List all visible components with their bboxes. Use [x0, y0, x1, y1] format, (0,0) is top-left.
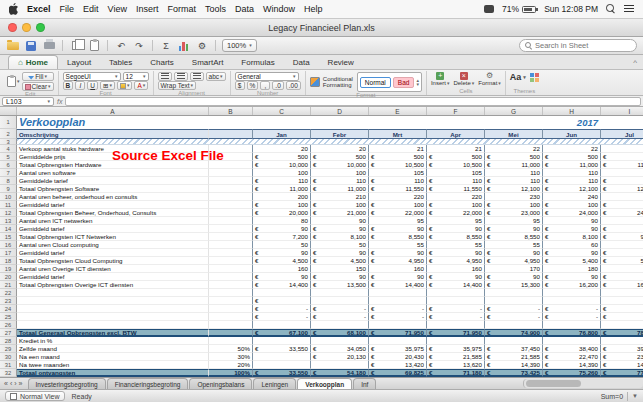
- theme-colors-icon[interactable]: [530, 73, 539, 82]
- cell-G2[interactable]: Mei: [485, 129, 543, 139]
- cell-E24[interactable]: €-: [369, 305, 427, 313]
- cell-H22[interactable]: [543, 289, 601, 297]
- cell-A10[interactable]: Aantal uren beheer, onderhoud en consult…: [17, 193, 209, 201]
- cell-G6[interactable]: €11,000: [485, 161, 543, 169]
- row-header-26[interactable]: 26: [0, 321, 17, 329]
- cell-C10[interactable]: 200: [253, 193, 311, 201]
- cell-H32[interactable]: €75,260: [543, 369, 601, 377]
- cell-G10[interactable]: 230: [485, 193, 543, 201]
- cell-B1[interactable]: [209, 116, 253, 129]
- cell-E31[interactable]: €13,420: [369, 361, 427, 369]
- wrap-text-button[interactable]: Wrap Text▾: [158, 81, 197, 90]
- cell-C16[interactable]: 50: [253, 241, 311, 249]
- cell-A18[interactable]: Totaal Opbrengsten Cloud Computing: [17, 257, 209, 265]
- row-header-27[interactable]: 27: [0, 329, 17, 337]
- cell-E28[interactable]: [369, 337, 427, 345]
- cell-E25[interactable]: €-: [369, 313, 427, 321]
- row-header-19[interactable]: 19: [0, 265, 17, 273]
- row-header-1[interactable]: 1: [0, 116, 17, 129]
- cell-C6[interactable]: €10,000: [253, 161, 311, 169]
- cell-C14[interactable]: €90: [253, 225, 311, 233]
- row-header-6[interactable]: 6: [0, 161, 17, 169]
- cell-A27[interactable]: Totaal Generaal Opbrengsten excl. BTW: [17, 329, 209, 337]
- cell-A13[interactable]: Aantal uren ICT netwerken: [17, 217, 209, 225]
- cell-B23[interactable]: [209, 297, 253, 305]
- copy-button[interactable]: [69, 39, 83, 52]
- cell-A24[interactable]: [17, 305, 209, 313]
- collapse-ribbon-icon[interactable]: ^: [633, 58, 637, 67]
- cell-G30[interactable]: €21,585: [485, 353, 543, 361]
- increase-decimal-button[interactable]: .0: [272, 81, 283, 90]
- cell-G26[interactable]: [485, 321, 543, 329]
- cell-I20[interactable]: €90: [601, 273, 643, 281]
- cell-C5[interactable]: €500: [253, 153, 311, 161]
- cell-E27[interactable]: €71,950: [369, 329, 427, 337]
- cell-I32[interactable]: €77,120: [601, 369, 643, 377]
- align-right-button[interactable]: [190, 72, 204, 81]
- cell-G16[interactable]: 55: [485, 241, 543, 249]
- cell-D25[interactable]: €-: [311, 313, 369, 321]
- cell-F22[interactable]: [427, 289, 485, 297]
- underline-button[interactable]: U: [87, 81, 98, 90]
- cell-B29[interactable]: 50%: [209, 345, 253, 353]
- cell-B21[interactable]: [209, 281, 253, 289]
- cell-A9[interactable]: Totaal Opbrengsten Software: [17, 185, 209, 193]
- cell-G32[interactable]: €73,425: [485, 369, 543, 377]
- cell-G21[interactable]: €15,300: [485, 281, 543, 289]
- cell-G20[interactable]: €90: [485, 273, 543, 281]
- cell-A11[interactable]: Gemiddeld tarief: [17, 201, 209, 209]
- align-left-button[interactable]: [158, 72, 172, 81]
- toolbox-button[interactable]: ⚙: [195, 39, 209, 52]
- cell-I25[interactable]: €-: [601, 313, 643, 321]
- col-header-G[interactable]: G: [485, 107, 543, 115]
- undo-button[interactable]: ↶: [114, 39, 128, 52]
- cell-H23[interactable]: [543, 297, 601, 305]
- cell-A31[interactable]: Na twee maanden: [17, 361, 209, 369]
- style-normal[interactable]: Normal: [360, 77, 391, 88]
- cell-I14[interactable]: €90: [601, 225, 643, 233]
- cell-I27[interactable]: €78,200: [601, 329, 643, 337]
- cell-E17[interactable]: €90: [369, 249, 427, 257]
- cell-I17[interactable]: €90: [601, 249, 643, 257]
- col-header-F[interactable]: F: [427, 107, 485, 115]
- last-sheet-icon[interactable]: »: [19, 380, 23, 387]
- row-header-9[interactable]: 9: [0, 185, 17, 193]
- cell-G28[interactable]: [485, 337, 543, 345]
- cell-C8[interactable]: €110: [253, 177, 311, 185]
- cell-F7[interactable]: 105: [427, 169, 485, 177]
- cell-B9[interactable]: [209, 185, 253, 193]
- cell-I15[interactable]: €9,000: [601, 233, 643, 241]
- col-header-I[interactable]: I: [601, 107, 643, 115]
- cell-C20[interactable]: €90: [253, 273, 311, 281]
- menu-edit[interactable]: Edit: [83, 4, 99, 14]
- cell-D17[interactable]: €90: [311, 249, 369, 257]
- row-header-17[interactable]: 17: [0, 249, 17, 257]
- ribbon-tab-layout[interactable]: Layout: [58, 56, 100, 69]
- cell-B20[interactable]: [209, 273, 253, 281]
- cell-F12[interactable]: €22,000: [427, 209, 485, 217]
- row-header-11[interactable]: 11: [0, 201, 17, 209]
- cell-A17[interactable]: Gemiddeld tarief: [17, 249, 209, 257]
- cell-H25[interactable]: €-: [543, 313, 601, 321]
- cell-F18[interactable]: €4,950: [427, 257, 485, 265]
- cell-D10[interactable]: 210: [311, 193, 369, 201]
- cell-C13[interactable]: 80: [253, 217, 311, 225]
- cell-E21[interactable]: €14,400: [369, 281, 427, 289]
- number-format-select[interactable]: General▾: [235, 72, 299, 81]
- delete-cells-button[interactable]: ×Delete▾: [453, 72, 474, 86]
- cell-H21[interactable]: €16,200: [543, 281, 601, 289]
- cell-C2[interactable]: Jan: [253, 129, 311, 139]
- cell-G24[interactable]: €-: [485, 305, 543, 313]
- col-header-C[interactable]: C: [253, 107, 311, 115]
- cell-I1[interactable]: [601, 116, 643, 129]
- cell-I2[interactable]: Jul: [601, 129, 643, 139]
- cell-C29[interactable]: €33,550: [253, 345, 311, 353]
- cell-E23[interactable]: [369, 297, 427, 305]
- cell-E9[interactable]: €11,550: [369, 185, 427, 193]
- cell-D29[interactable]: €34,050: [311, 345, 369, 353]
- sheet-tab-openingsbalans[interactable]: Openingsbalans: [189, 378, 252, 389]
- cell-I11[interactable]: €100: [601, 201, 643, 209]
- cell-G7[interactable]: 110: [485, 169, 543, 177]
- cell-G31[interactable]: €14,390: [485, 361, 543, 369]
- cell-I10[interactable]: 240: [601, 193, 643, 201]
